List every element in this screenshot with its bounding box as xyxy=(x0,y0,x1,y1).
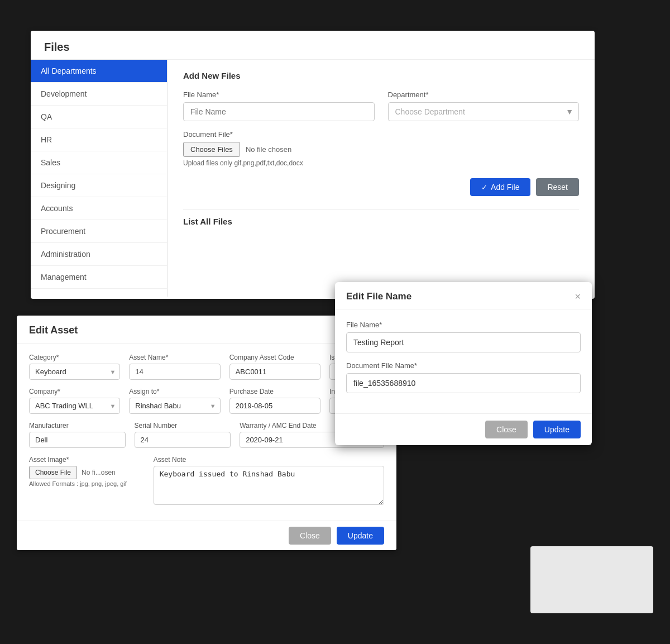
sidebar-item-designing[interactable]: Designing xyxy=(31,174,167,197)
modal-close-footer-button[interactable]: Close xyxy=(485,421,528,438)
manufacturer-label: Manufacturer xyxy=(29,422,126,430)
files-panel: Files All Departments Development QA HR … xyxy=(31,31,595,299)
files-main-content: Add New Files File Name* Department* Cho… xyxy=(168,60,595,297)
files-panel-body: All Departments Development QA HR Sales … xyxy=(31,60,595,297)
category-label: Category* xyxy=(29,354,120,361)
sidebar-item-qa[interactable]: QA xyxy=(31,106,167,128)
edit-asset-update-button[interactable]: Update xyxy=(337,527,384,545)
edit-asset-footer: Close Update xyxy=(17,521,396,550)
add-file-form-row1: File Name* Department* Choose Department… xyxy=(183,90,579,121)
asset-row-3: Manufacturer Dell Serial Number 24 Warra… xyxy=(29,422,384,448)
list-all-section-title: List All Files xyxy=(183,209,579,226)
modal-title: Edit File Name xyxy=(346,291,411,302)
asset-image-group: Asset Image* Choose File No fi...osen Al… xyxy=(29,456,145,507)
company-label: Company* xyxy=(29,388,120,395)
asset-note-textarea[interactable]: Keyboard issued to Rinshad Babu xyxy=(154,466,384,505)
serial-number-input[interactable]: 24 xyxy=(135,432,231,448)
purchase-date-label: Purchase Date xyxy=(229,388,320,395)
files-panel-title: Files xyxy=(44,41,581,54)
asset-name-input[interactable]: 14 xyxy=(129,364,220,380)
sidebar-item-hr[interactable]: HR xyxy=(31,128,167,151)
assign-to-select[interactable]: Rinshad Babu xyxy=(129,398,220,414)
sidebar-item-all-departments[interactable]: All Departments xyxy=(31,60,167,83)
manufacturer-group: Manufacturer Dell xyxy=(29,422,126,448)
company-select-wrapper: ABC Trading WLL ▼ xyxy=(29,398,120,414)
edit-filename-modal: Edit File Name × File Name* Document Fil… xyxy=(335,282,592,445)
file-name-label: File Name* xyxy=(183,90,375,99)
company-asset-code-group: Company Asset Code ABC0011 xyxy=(229,354,320,380)
purchase-date-group: Purchase Date 2019-08-05 xyxy=(229,388,320,414)
document-file-section: Document File* Choose Files No file chos… xyxy=(183,130,579,167)
asset-note-group: Asset Note Keyboard issued to Rinshad Ba… xyxy=(154,456,384,507)
gray-decorative-panel xyxy=(530,546,653,613)
file-upload-row: Choose Files No file chosen xyxy=(183,142,579,157)
serial-number-label: Serial Number xyxy=(135,422,231,430)
edit-asset-close-button[interactable]: Close xyxy=(289,527,331,545)
choose-files-button[interactable]: Choose Files xyxy=(183,142,240,157)
sidebar-item-accounts[interactable]: Accounts xyxy=(31,197,167,220)
file-name-group: File Name* xyxy=(183,90,375,121)
modal-close-button[interactable]: × xyxy=(575,292,581,302)
checkmark-icon: ✓ xyxy=(481,183,487,192)
company-group: Company* ABC Trading WLL ▼ xyxy=(29,388,120,414)
modal-doc-file-name-input[interactable] xyxy=(346,373,581,393)
files-panel-header: Files xyxy=(31,31,595,60)
asset-file-row: Choose File No fi...osen xyxy=(29,466,145,479)
sidebar-item-procurement[interactable]: Procurement xyxy=(31,220,167,243)
category-group: Category* Keyboard ▼ xyxy=(29,354,120,380)
no-file-chosen-text: No file chosen xyxy=(246,145,291,154)
modal-file-name-label: File Name* xyxy=(346,321,581,329)
sidebar-item-development[interactable]: Development xyxy=(31,83,167,106)
department-label: Department* xyxy=(388,90,580,99)
assign-to-group: Assign to* Rinshad Babu ▼ xyxy=(129,388,220,414)
add-file-button[interactable]: ✓ Add File xyxy=(470,178,530,196)
add-file-actions: ✓ Add File Reset xyxy=(183,178,579,196)
sidebar-item-sales[interactable]: Sales xyxy=(31,151,167,174)
company-asset-code-label: Company Asset Code xyxy=(229,354,320,361)
category-select[interactable]: Keyboard xyxy=(29,364,120,380)
category-select-wrapper: Keyboard ▼ xyxy=(29,364,120,380)
asset-file-hint: Allowed Formats : jpg, png, jpeg, gif xyxy=(29,480,145,487)
modal-file-name-input[interactable] xyxy=(346,332,581,352)
asset-row-4: Asset Image* Choose File No fi...osen Al… xyxy=(29,456,384,507)
asset-image-label: Asset Image* xyxy=(29,456,145,464)
serial-number-group: Serial Number 24 xyxy=(135,422,231,448)
modal-footer: Close Update xyxy=(335,413,592,445)
department-select[interactable]: Choose Department xyxy=(388,102,580,121)
asset-no-file-text: No fi...osen xyxy=(82,469,116,476)
file-upload-hint: Upload files only gif,png,pdf,txt,doc,do… xyxy=(183,159,579,167)
reset-button[interactable]: Reset xyxy=(536,178,579,196)
asset-row-1: Category* Keyboard ▼ Asset Name* 14 Comp… xyxy=(29,354,384,380)
company-select[interactable]: ABC Trading WLL xyxy=(29,398,120,414)
sidebar-item-administration[interactable]: Administration xyxy=(31,243,167,266)
file-name-input[interactable] xyxy=(183,102,375,121)
add-new-section-title: Add New Files xyxy=(183,71,579,80)
asset-choose-file-button[interactable]: Choose File xyxy=(29,466,77,479)
sidebar-item-management[interactable]: Management xyxy=(31,266,167,289)
edit-asset-title: Edit Asset xyxy=(29,325,384,336)
assign-to-label: Assign to* xyxy=(129,388,220,395)
asset-name-group: Asset Name* 14 xyxy=(129,354,220,380)
company-asset-code-input[interactable]: ABC0011 xyxy=(229,364,320,380)
asset-name-label: Asset Name* xyxy=(129,354,220,361)
manufacturer-input[interactable]: Dell xyxy=(29,432,126,448)
modal-doc-file-name-label: Document File Name* xyxy=(346,361,581,370)
document-file-label: Document File* xyxy=(183,130,579,139)
department-group: Department* Choose Department ▼ xyxy=(388,90,580,121)
asset-row-2: Company* ABC Trading WLL ▼ Assign to* Ri… xyxy=(29,388,384,414)
modal-header: Edit File Name × xyxy=(335,282,592,309)
modal-body: File Name* Document File Name* xyxy=(335,309,592,413)
modal-doc-file-name-group: Document File Name* xyxy=(346,361,581,393)
modal-file-name-group: File Name* xyxy=(346,321,581,352)
assign-to-select-wrapper: Rinshad Babu ▼ xyxy=(129,398,220,414)
purchase-date-input[interactable]: 2019-08-05 xyxy=(229,398,320,414)
asset-note-label: Asset Note xyxy=(154,456,384,464)
modal-update-button[interactable]: Update xyxy=(533,421,581,438)
department-select-wrapper: Choose Department ▼ xyxy=(388,102,580,121)
files-sidebar: All Departments Development QA HR Sales … xyxy=(31,60,168,297)
